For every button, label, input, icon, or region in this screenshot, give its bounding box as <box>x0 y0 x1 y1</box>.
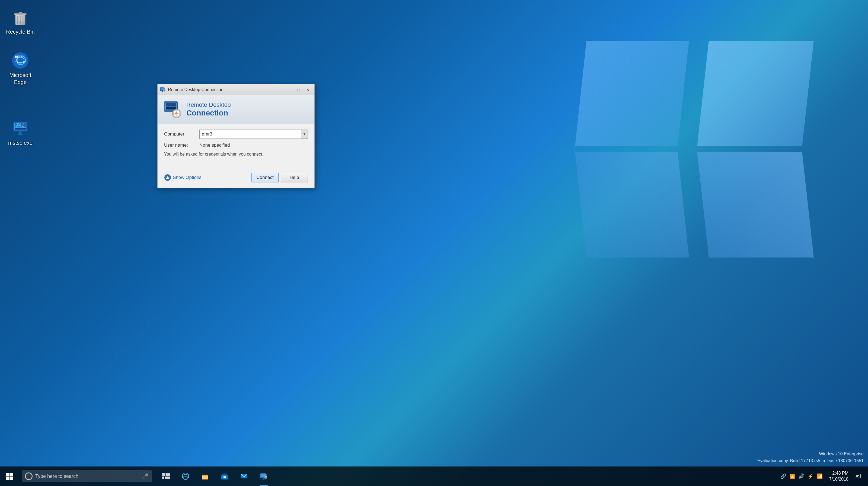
desktop-icon-recycle-bin[interactable]: ♻ Recycle Bin <box>3 5 38 37</box>
recycle-bin-label: Recycle Bin <box>6 28 35 35</box>
svg-rect-15 <box>15 128 26 130</box>
dialog-title-text: Remote Desktop Connection <box>168 87 285 92</box>
computer-value: gmr3 <box>202 131 301 137</box>
close-button[interactable]: ✕ <box>304 87 312 93</box>
mstsc-icon <box>11 119 30 138</box>
rdc-dialog: Remote Desktop Connection — □ ✕ <box>157 84 315 188</box>
show-options-button[interactable]: Show Options <box>164 174 202 181</box>
clock-time: 2:48 PM <box>832 470 848 476</box>
svg-rect-17 <box>18 134 23 135</box>
dialog-header-bottom: Connection <box>186 108 231 118</box>
system-tray: 🔗 🔼 🔊 ⚡ 📶 2:48 PM 7/10/2018 <box>777 466 868 486</box>
computer-label: Computer: <box>164 131 199 137</box>
store-icon <box>221 473 228 480</box>
microphone-icon[interactable]: 🎤 <box>142 473 149 480</box>
dialog-action-buttons: Connect Help <box>251 173 308 183</box>
dialog-footer: Show Options Connect Help <box>158 170 314 188</box>
connect-button[interactable]: Connect <box>251 173 279 183</box>
search-icon <box>25 473 33 480</box>
tray-icons: 🔗 🔼 🔊 ⚡ 📶 <box>777 473 826 479</box>
credentials-info: You will be asked for credentials when y… <box>164 152 308 157</box>
dialog-titlebar-icon <box>160 87 166 93</box>
task-view-icon <box>162 473 170 479</box>
svg-rect-3 <box>19 12 22 14</box>
edge-label: Microsoft Edge <box>5 71 36 86</box>
show-options-icon <box>164 174 171 181</box>
action-center-icon <box>855 473 861 480</box>
desktop: ♻ Recycle Bin BETA Microsoft Edge <box>0 0 868 486</box>
svg-rect-40 <box>6 473 9 476</box>
dialog-header-top: Remote Desktop <box>186 101 231 108</box>
recycle-bin-icon: ♻ <box>11 8 30 27</box>
taskbar-rdc-icon[interactable] <box>254 466 273 486</box>
ie-icon <box>182 473 189 480</box>
file-explorer-icon <box>201 473 209 480</box>
watermark-line2: Evaluation copy. Build 17713.rs5_release… <box>757 457 864 464</box>
svg-rect-43 <box>10 477 13 480</box>
titlebar-buttons: — □ ✕ <box>285 87 312 93</box>
svg-rect-23 <box>162 91 163 92</box>
maximize-button[interactable]: □ <box>294 87 303 93</box>
watermark-line1: Windows 10 Enterprise <box>757 451 864 457</box>
taskbar: Type here to search 🎤 <box>0 466 868 486</box>
svg-rect-14 <box>21 123 26 127</box>
svg-point-8 <box>12 52 29 69</box>
taskbar-task-view[interactable] <box>156 466 176 486</box>
taskbar-search-box[interactable]: Type here to search 🎤 <box>22 470 152 482</box>
help-button[interactable]: Help <box>281 173 308 183</box>
svg-rect-63 <box>855 474 860 478</box>
windows-start-icon <box>6 473 13 480</box>
rdc-taskbar-icon <box>260 473 268 480</box>
svg-rect-29 <box>171 103 176 106</box>
svg-rect-16 <box>19 131 22 134</box>
username-label: User name: <box>164 142 199 148</box>
svg-rect-30 <box>166 107 176 109</box>
dialog-titlebar[interactable]: Remote Desktop Connection — □ ✕ <box>158 84 314 95</box>
desktop-icon-mstsc[interactable]: mstsc.exe <box>3 117 38 149</box>
desktop-icon-edge[interactable]: BETA Microsoft Edge <box>3 49 38 88</box>
clock-date: 7/10/2018 <box>829 476 848 482</box>
mail-icon <box>240 473 248 480</box>
network-icon[interactable]: 🔗 <box>780 473 786 479</box>
computer-combo[interactable]: gmr3 ▼ <box>199 130 308 139</box>
svg-rect-54 <box>223 476 226 478</box>
username-value: None specified <box>199 142 230 148</box>
taskbar-ie-icon[interactable] <box>176 466 195 486</box>
show-options-label: Show Options <box>173 175 202 180</box>
minimize-button[interactable]: — <box>285 87 294 93</box>
battery-icon[interactable]: ⚡ <box>807 473 813 479</box>
dialog-body: Computer: gmr3 ▼ User name: None specifi… <box>158 124 314 170</box>
svg-point-36 <box>175 114 176 115</box>
system-clock[interactable]: 2:48 PM 7/10/2018 <box>826 470 852 483</box>
taskbar-app-icons <box>156 466 273 486</box>
dialog-header-text: Remote Desktop Connection <box>186 101 231 118</box>
taskbar-store-icon[interactable] <box>215 466 235 486</box>
svg-rect-47 <box>165 477 170 479</box>
svg-rect-46 <box>162 477 164 479</box>
rdc-header-icon <box>163 100 182 119</box>
computer-row: Computer: gmr3 ▼ <box>164 130 308 139</box>
dialog-header: Remote Desktop Connection <box>158 95 314 124</box>
edge-icon: BETA <box>11 51 30 70</box>
svg-rect-59 <box>262 479 265 480</box>
svg-rect-58 <box>263 478 265 479</box>
action-center-button[interactable] <box>852 466 864 486</box>
start-button[interactable] <box>0 466 20 486</box>
combo-dropdown-arrow[interactable]: ▼ <box>301 130 308 138</box>
svg-rect-42 <box>6 477 9 480</box>
windows-logo-decoration <box>569 41 814 258</box>
network-status-icon[interactable]: 📶 <box>817 473 823 479</box>
svg-rect-44 <box>162 473 165 476</box>
svg-point-37 <box>177 112 177 113</box>
svg-rect-28 <box>166 103 170 106</box>
mstsc-label: mstsc.exe <box>8 139 33 147</box>
taskbar-explorer-icon[interactable] <box>195 466 215 486</box>
windows-watermark: Windows 10 Enterprise Evaluation copy. B… <box>757 451 864 464</box>
svg-rect-45 <box>166 473 170 476</box>
svg-rect-41 <box>10 473 13 476</box>
chevron-up-icon[interactable]: 🔼 <box>789 474 795 479</box>
taskbar-mail-icon[interactable] <box>235 466 254 486</box>
volume-icon[interactable]: 🔊 <box>798 473 804 479</box>
search-placeholder-text: Type here to search <box>35 474 79 479</box>
dialog-separator <box>164 161 308 161</box>
